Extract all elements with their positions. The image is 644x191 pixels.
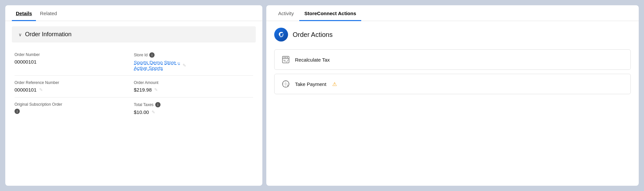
field-label-order-ref-number: Order Reference Number <box>15 80 127 85</box>
field-value-order-ref-number: 00000101 <box>15 87 37 93</box>
left-panel: Details Related ∨ Order Information Orde… <box>5 5 262 186</box>
svg-point-4 <box>287 57 288 58</box>
field-value-order-amount: $219.98 <box>134 87 152 93</box>
take-payment-label: Take Payment <box>295 81 326 87</box>
recalculate-tax-label: Recalculate Tax <box>295 57 330 63</box>
field-label-order-number: Order Number <box>15 52 127 57</box>
field-value-order-number: 00000101 <box>15 59 37 65</box>
field-order-amount: Order Amount $219.98 ✎ <box>134 76 253 97</box>
svg-point-2 <box>284 57 285 58</box>
tabs-bar: Details Related <box>5 5 262 21</box>
right-panel: Activity StoreConnect Actions Order Acti… <box>266 5 639 186</box>
warning-icon-take-payment: ⚠ <box>332 81 337 87</box>
field-value-total-taxes: $10.00 <box>134 109 149 115</box>
section-title: Order Information <box>25 31 72 38</box>
field-label-total-taxes: Total Taxes i <box>134 102 247 107</box>
field-order-ref-number: Order Reference Number 00000101 ✎ <box>15 76 134 97</box>
order-actions-header: Order Actions <box>274 28 631 41</box>
info-icon-subscription-order[interactable]: i <box>15 109 20 114</box>
edit-icon-total-taxes[interactable]: ✎ <box>152 110 155 115</box>
field-label-store-id: Store Id i <box>134 52 247 58</box>
take-payment-button[interactable]: $ Take Payment ⚠ <box>274 74 631 94</box>
svg-text:%: % <box>283 59 286 62</box>
field-total-taxes: Total Taxes i $10.00 ✎ <box>134 97 253 120</box>
right-tabs-bar: Activity StoreConnect Actions <box>266 5 639 21</box>
info-icon-total-taxes[interactable]: i <box>155 102 161 107</box>
svg-text:$: $ <box>287 84 289 87</box>
field-value-store-id[interactable]: Sports Demo Store –Active Sports <box>134 60 180 71</box>
edit-icon-order-amount[interactable]: ✎ <box>154 87 158 92</box>
recalculate-tax-button[interactable]: % Recalculate Tax <box>274 49 631 70</box>
field-label-order-amount: Order Amount <box>134 80 247 85</box>
storeconnect-logo <box>274 28 288 41</box>
edit-icon-store-id[interactable]: ✎ <box>183 63 186 68</box>
field-order-number: Order Number 00000101 <box>15 48 134 76</box>
info-icon-store-id[interactable]: i <box>149 52 155 58</box>
tab-activity[interactable]: Activity <box>273 5 299 21</box>
payment-icon: $ <box>281 79 290 89</box>
svg-line-6 <box>286 60 288 62</box>
tab-related[interactable]: Related <box>36 5 61 21</box>
tab-storeconnect-actions[interactable]: StoreConnect Actions <box>299 5 362 21</box>
field-store-id: Store Id i Sports Demo Store –Active Spo… <box>134 48 253 76</box>
chevron-down-icon: ∨ <box>18 32 22 37</box>
tab-details[interactable]: Details <box>12 5 36 21</box>
tax-icon: % <box>281 55 290 64</box>
order-actions-title: Order Actions <box>293 31 333 39</box>
svg-point-3 <box>285 57 286 58</box>
order-information-section[interactable]: ∨ Order Information <box>12 26 256 42</box>
field-label-original-subscription-order: Original Subscription Order <box>15 102 127 107</box>
field-original-subscription-order: Original Subscription Order i <box>15 97 134 120</box>
fields-grid: Order Number 00000101 Store Id i Sports … <box>5 48 262 120</box>
order-actions-section: Order Actions % Recalculate Tax <box>266 21 639 105</box>
edit-icon-order-ref-number[interactable]: ✎ <box>39 87 43 92</box>
